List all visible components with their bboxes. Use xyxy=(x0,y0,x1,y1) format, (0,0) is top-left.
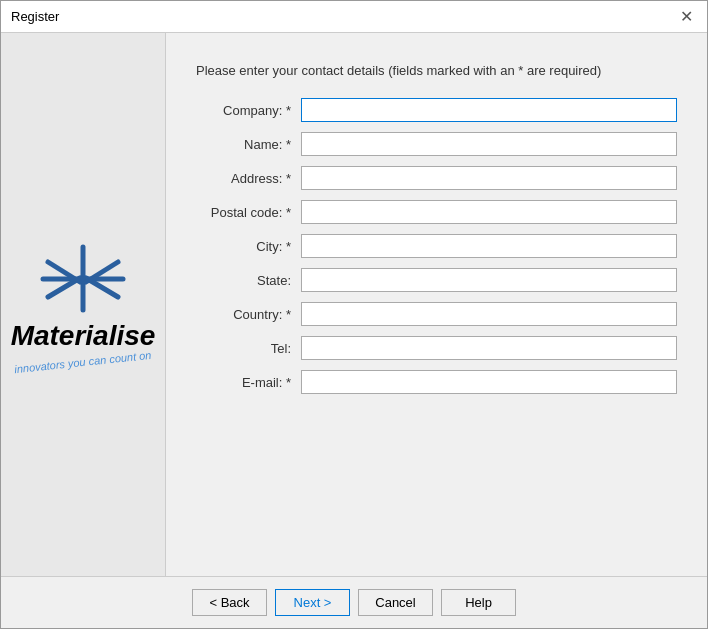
register-window: Register ✕ xyxy=(0,0,708,629)
logo-container: Materialise innovators you can count on xyxy=(11,242,156,368)
email-label: E-mail: * xyxy=(196,375,301,390)
name-input[interactable] xyxy=(301,132,677,156)
state-label: State: xyxy=(196,273,301,288)
company-input[interactable] xyxy=(301,98,677,122)
country-input[interactable] xyxy=(301,302,677,326)
form-area: Company: * Name: * Address: * Postal cod… xyxy=(196,98,677,556)
state-row: State: xyxy=(196,268,677,292)
sidebar: Materialise innovators you can count on xyxy=(1,33,166,576)
postal-code-label: Postal code: * xyxy=(196,205,301,220)
tel-row: Tel: xyxy=(196,336,677,360)
city-label: City: * xyxy=(196,239,301,254)
button-bar: < Back Next > Cancel Help xyxy=(1,576,707,628)
city-row: City: * xyxy=(196,234,677,258)
title-bar: Register ✕ xyxy=(1,1,707,33)
help-button[interactable]: Help xyxy=(441,589,516,616)
content-area: Materialise innovators you can count on … xyxy=(1,33,707,576)
address-input[interactable] xyxy=(301,166,677,190)
main-content: Please enter your contact details (field… xyxy=(166,33,707,576)
city-input[interactable] xyxy=(301,234,677,258)
cancel-button[interactable]: Cancel xyxy=(358,589,433,616)
postal-code-input[interactable] xyxy=(301,200,677,224)
window-title: Register xyxy=(11,9,59,24)
brand-tagline: innovators you can count on xyxy=(14,348,152,374)
state-input[interactable] xyxy=(301,268,677,292)
close-button[interactable]: ✕ xyxy=(676,9,697,25)
company-row: Company: * xyxy=(196,98,677,122)
address-row: Address: * xyxy=(196,166,677,190)
tel-label: Tel: xyxy=(196,341,301,356)
company-label: Company: * xyxy=(196,103,301,118)
country-label: Country: * xyxy=(196,307,301,322)
email-row: E-mail: * xyxy=(196,370,677,394)
name-row: Name: * xyxy=(196,132,677,156)
tel-input[interactable] xyxy=(301,336,677,360)
address-label: Address: * xyxy=(196,171,301,186)
brand-name: Materialise xyxy=(11,322,156,350)
name-label: Name: * xyxy=(196,137,301,152)
back-button[interactable]: < Back xyxy=(192,589,267,616)
next-button[interactable]: Next > xyxy=(275,589,350,616)
email-input[interactable] xyxy=(301,370,677,394)
materialise-starburst-icon xyxy=(38,242,128,317)
country-row: Country: * xyxy=(196,302,677,326)
instruction-text: Please enter your contact details (field… xyxy=(196,63,677,78)
postal-code-row: Postal code: * xyxy=(196,200,677,224)
